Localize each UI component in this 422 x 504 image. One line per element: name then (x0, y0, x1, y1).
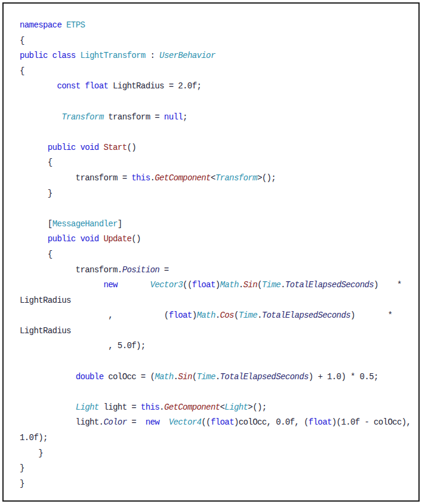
code-token: public void (48, 234, 99, 244)
document-page: namespace ETPS{public class LightTransfo… (2, 2, 420, 502)
code-token: float (169, 311, 192, 320)
code-token: float (211, 417, 234, 427)
code-token: float (192, 280, 215, 290)
code-line: public void Update() (20, 232, 418, 247)
code-line: , (float)Math.Cos(Time.TotalElapsedSecon… (20, 308, 418, 324)
code-line (20, 385, 418, 400)
code-token: Light (76, 402, 99, 412)
code-token: } (20, 463, 24, 473)
code-token (118, 280, 150, 290)
code-token: } (20, 479, 24, 488)
code-token: ETPS (66, 20, 85, 30)
code-token: LightRadius (20, 296, 71, 305)
code-token (20, 143, 48, 152)
code-token: Update (103, 234, 131, 244)
code-line: } (20, 446, 418, 462)
code-line (20, 125, 418, 140)
code-token: { (20, 66, 24, 76)
code-token (20, 372, 76, 382)
code-token: new (146, 417, 159, 427)
code-token: TotalElapsedSeconds (262, 311, 350, 320)
code-token: { (20, 36, 24, 45)
code-token: Vector4 (169, 417, 202, 427)
code-token: double (76, 372, 104, 382)
code-token: MessageHandler (53, 219, 118, 229)
code-token: transform. (20, 265, 122, 275)
code-token: public class (20, 51, 76, 60)
code-token: Time (197, 372, 215, 382)
code-token: >(); (257, 173, 276, 183)
code-line: Transform transform = null; (20, 110, 418, 125)
code-token: Sin (244, 280, 257, 290)
code-token: = (127, 417, 145, 427)
code-line: { (20, 64, 418, 79)
code-token: ) * (374, 280, 402, 290)
code-token: Color (103, 417, 127, 427)
code-token: Time (262, 280, 281, 290)
code-token: light = (99, 402, 141, 412)
code-token: Vector3 (150, 280, 183, 290)
code-token (20, 112, 61, 122)
code-line: 1.0f); (20, 431, 418, 446)
code-token: null (164, 112, 183, 122)
code-token: , 5.0f); (20, 341, 146, 351)
code-token: >(); (248, 402, 266, 412)
code-line: transform = this.GetComponent<Transform>… (20, 171, 418, 186)
code-token: ) (215, 280, 220, 290)
code-token: LightTransform (80, 51, 145, 60)
code-token: Math (196, 311, 215, 320)
code-token: . (257, 311, 262, 320)
code-token: light. (20, 417, 103, 427)
code-line: transform.Position = (20, 263, 418, 278)
code-line: namespace ETPS (20, 18, 418, 33)
code-token: Position (122, 265, 159, 275)
code-token: TotalElapsedSeconds (285, 280, 374, 290)
code-token: Sin (178, 372, 192, 382)
code-line: { (20, 33, 418, 49)
code-line: const float LightRadius = 2.0f; (20, 79, 418, 94)
code-token: . (215, 372, 220, 382)
code-token: public void (48, 143, 99, 152)
code-token: ] (118, 219, 122, 229)
code-token: transform = (20, 173, 131, 183)
code-token: const float (57, 81, 108, 91)
code-token (20, 81, 57, 91)
code-token: ; (183, 112, 187, 122)
code-token: () (127, 143, 136, 152)
code-token (20, 402, 76, 412)
code-line: Light light = this.GetComponent<Light>()… (20, 400, 418, 416)
code-token: { (20, 158, 53, 167)
code-token: . (215, 311, 220, 320)
code-line: } (20, 461, 418, 477)
code-token: { (20, 250, 53, 259)
code-line: { (20, 155, 418, 171)
code-token: < (211, 173, 215, 183)
code-line (20, 354, 418, 370)
code-token: } (20, 448, 43, 458)
code-token: )(1.0f - colOcc), (332, 417, 411, 427)
code-token: namespace (20, 20, 61, 30)
code-token: TotalElapsedSeconds (220, 372, 309, 382)
code-token (20, 234, 48, 244)
code-token: this (131, 173, 150, 183)
code-token: this (141, 402, 159, 412)
code-token: Math (220, 280, 239, 290)
code-token: UserBehavior (159, 51, 215, 60)
code-line (20, 94, 418, 110)
code-token: GetComponent (164, 402, 220, 412)
code-token: GetComponent (155, 173, 211, 183)
code-token (159, 417, 169, 427)
code-line: [MessageHandler] (20, 217, 418, 232)
code-token: 1.0f); (20, 433, 48, 442)
code-line: { (20, 247, 418, 263)
code-line: public class LightTransform : UserBehavi… (20, 48, 418, 64)
code-line: } (20, 477, 418, 492)
code-token: ( (234, 311, 239, 320)
code-token: } (20, 189, 53, 198)
code-token: Transform (61, 112, 103, 122)
code-token: ( (192, 372, 197, 382)
code-token: (( (183, 280, 192, 290)
code-token: [ (20, 219, 53, 229)
code-listing: namespace ETPS{public class LightTransfo… (4, 4, 418, 491)
code-line: public void Start() (20, 140, 418, 156)
